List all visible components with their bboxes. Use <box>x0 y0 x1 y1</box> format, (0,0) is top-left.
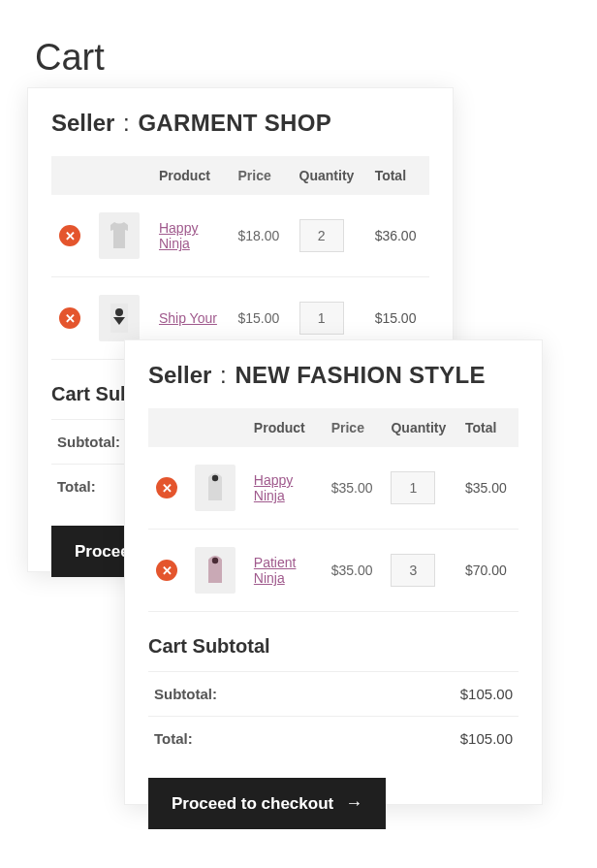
seller-cart-card: Seller : NEW FASHION STYLE Product Price… <box>124 339 543 805</box>
colon: : <box>211 362 235 388</box>
quantity-input[interactable] <box>299 302 344 335</box>
item-total: $70.00 <box>457 530 518 612</box>
seller-name: GARMENT SHOP <box>138 110 331 136</box>
product-link[interactable]: Patient Ninja <box>254 555 297 586</box>
svg-point-2 <box>212 475 218 481</box>
item-total: $36.00 <box>367 195 429 277</box>
item-total: $35.00 <box>457 447 518 530</box>
colon: : <box>114 110 138 136</box>
checkout-label: Proceed to checkout <box>172 794 333 814</box>
seller-name: NEW FASHION STYLE <box>235 362 485 388</box>
col-product: Product <box>246 408 324 447</box>
product-thumbnail[interactable] <box>195 465 236 511</box>
page-title: Cart <box>35 37 105 79</box>
col-quantity: Quantity <box>383 408 456 447</box>
remove-icon[interactable]: ✕ <box>156 477 177 498</box>
remove-icon[interactable]: ✕ <box>59 225 80 246</box>
col-total: Total <box>457 408 518 447</box>
quantity-input[interactable] <box>299 219 344 252</box>
item-price: $35.00 <box>324 530 384 612</box>
table-header-row: Product Price Quantity Total <box>148 408 518 447</box>
product-thumbnail[interactable] <box>195 547 236 594</box>
subtotal-row: Subtotal: $105.00 <box>148 671 518 716</box>
product-link[interactable]: Happy Ninja <box>254 472 293 503</box>
table-row: ✕ Patient Ninja $35.00 $70.00 <box>148 530 518 612</box>
cart-subtotal-title: Cart Subtotal <box>148 635 518 658</box>
arrow-right-icon: → <box>345 793 362 814</box>
col-price: Price <box>324 408 384 447</box>
svg-point-1 <box>115 308 123 316</box>
col-total: Total <box>367 156 429 195</box>
total-row: Total: $105.00 <box>148 716 518 760</box>
table-row: ✕ Happy Ninja $18.00 $36.00 <box>51 195 429 277</box>
seller-header: Seller : NEW FASHION STYLE <box>148 362 518 389</box>
product-thumbnail[interactable] <box>99 295 140 341</box>
table-header-row: Product Price Quantity Total <box>51 156 429 195</box>
subtotal-label: Subtotal: <box>57 434 120 450</box>
product-thumbnail[interactable] <box>99 212 140 259</box>
subtotal-label: Subtotal: <box>154 686 217 702</box>
col-product: Product <box>151 156 231 195</box>
svg-point-3 <box>212 558 218 563</box>
seller-label: Seller <box>51 110 114 136</box>
quantity-input[interactable] <box>391 471 435 504</box>
col-quantity: Quantity <box>292 156 367 195</box>
seller-header: Seller : GARMENT SHOP <box>51 110 429 137</box>
remove-icon[interactable]: ✕ <box>156 560 177 581</box>
table-row: ✕ Happy Ninja $35.00 $35.00 <box>148 447 518 530</box>
total-label: Total: <box>154 730 193 747</box>
product-link[interactable]: Ship Your <box>159 310 217 326</box>
total-label: Total: <box>57 478 96 495</box>
seller-label: Seller <box>148 362 211 388</box>
total-value: $105.00 <box>460 730 513 747</box>
item-price: $35.00 <box>324 447 384 530</box>
proceed-to-checkout-button[interactable]: Proceed to checkout → <box>148 778 386 829</box>
cart-table: Product Price Quantity Total ✕ Happy Nin… <box>148 408 518 612</box>
col-price: Price <box>230 156 291 195</box>
quantity-input[interactable] <box>391 554 435 587</box>
cart-table: Product Price Quantity Total ✕ Happy Nin… <box>51 156 429 360</box>
product-link[interactable]: Happy Ninja <box>159 220 198 251</box>
remove-icon[interactable]: ✕ <box>59 307 80 329</box>
subtotal-value: $105.00 <box>460 686 513 702</box>
item-price: $18.00 <box>230 195 291 277</box>
